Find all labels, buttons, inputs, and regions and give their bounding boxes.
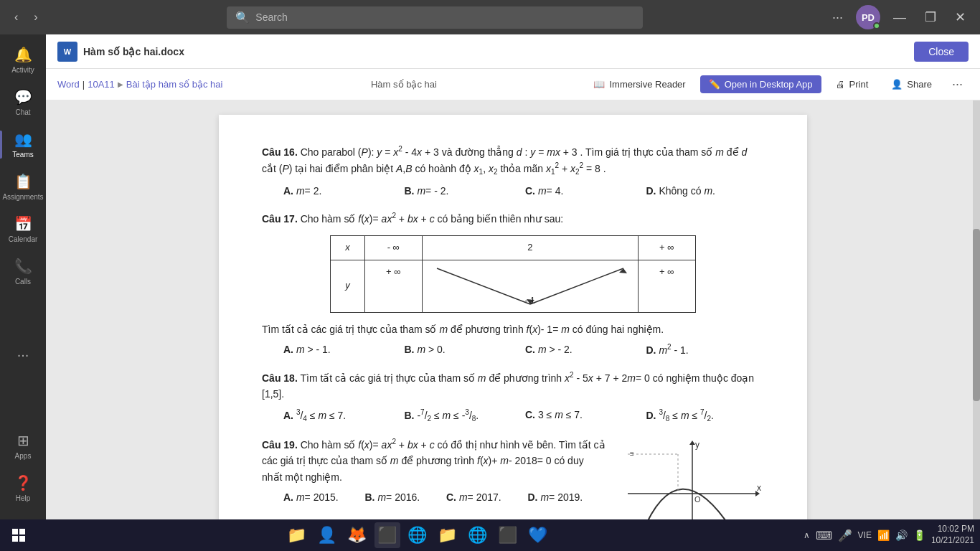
sidebar-item-calendar[interactable]: 📅 Calendar xyxy=(0,209,46,249)
doc-viewer[interactable]: Câu 16. Cho parabol (P): y = x2 - 4x + 3… xyxy=(46,100,980,529)
scrollbar-track[interactable] xyxy=(973,100,980,529)
taskbar-person[interactable]: 👤 xyxy=(314,522,340,548)
sidebar-item-activity[interactable]: 🔔 Activity xyxy=(0,40,46,80)
q16-answer-c: C. m= 4. xyxy=(525,183,644,199)
sidebar-label-apps: Apps xyxy=(15,452,32,460)
table-y-top-right: + ∞ xyxy=(638,260,695,312)
taskbar-mic-icon: 🎤 xyxy=(838,529,852,542)
open-desktop-button[interactable]: ✏️ Open in Desktop App xyxy=(700,75,821,93)
edit-icon: ✏️ xyxy=(709,79,720,90)
taskbar-firefox[interactable]: 🦊 xyxy=(344,522,370,548)
svg-text:≡: ≡ xyxy=(630,450,634,458)
q17-text2: Tìm tất cả các giá trị thực của tham số … xyxy=(262,321,764,337)
time-date[interactable]: 10:02 PM 10/21/2021 xyxy=(931,524,974,546)
sidebar-label-teams: Teams xyxy=(12,151,33,159)
taskbar-office[interactable]: ⬛ xyxy=(374,522,400,548)
title-bar: ‹ › 🔍 ··· PD — ❐ ✕ xyxy=(0,0,980,34)
table-y-middle: - 1 xyxy=(422,260,638,312)
taskbar-chrome[interactable]: 🌐 xyxy=(465,522,491,548)
question-18: Câu 18. Tìm tất cả các giá trị thực của … xyxy=(262,369,764,425)
start-button[interactable] xyxy=(6,522,32,548)
breadcrumb-arrow: ▶ xyxy=(118,80,123,88)
q17-answer-d: D. m2 - 1. xyxy=(646,342,765,358)
q19-answer-d: D. m= 2019. xyxy=(528,489,607,505)
taskbar-edge[interactable]: 🌐 xyxy=(405,522,430,548)
sidebar-item-chat[interactable]: 💬 Chat xyxy=(0,83,46,122)
toolbar-right: 📖 Immersive Reader ✏️ Open in Desktop Ap… xyxy=(585,74,969,95)
breadcrumb-folder[interactable]: Bài tập hàm số bậc hai xyxy=(126,79,223,90)
table-y-label: y xyxy=(331,260,365,312)
word-icon: W xyxy=(57,42,77,62)
question-19: x y O ≡ xyxy=(262,436,764,505)
q17-answer-b: B. m > 0. xyxy=(405,342,523,358)
back-button[interactable]: ‹ xyxy=(9,8,24,27)
taskbar-lang[interactable]: VIE xyxy=(858,530,872,540)
more-button[interactable]: ··· xyxy=(826,7,849,28)
online-badge xyxy=(873,22,880,29)
sidebar-item-help[interactable]: ❓ Help xyxy=(0,468,46,508)
q19-answer-c: C. m= 2017. xyxy=(446,489,525,505)
file-topbar: W Hàm số bậc hai.docx Close xyxy=(46,34,980,69)
toolbar-more-button[interactable]: ··· xyxy=(946,74,969,95)
breadcrumb-class[interactable]: 10A11 xyxy=(88,79,115,90)
activity-icon: 🔔 xyxy=(14,46,32,63)
file-title-area: W Hàm số bậc hai.docx xyxy=(57,42,184,62)
forward-button[interactable]: › xyxy=(28,8,43,27)
share-icon: 👤 xyxy=(891,79,903,90)
taskbar-explorer[interactable]: 📁 xyxy=(284,522,310,548)
sidebar-item-more[interactable]: ··· xyxy=(0,341,46,369)
q18-answer-a: A. 3/4 ≤ m ≤ 7. xyxy=(283,407,402,425)
sidebar-item-apps[interactable]: ⊞ Apps xyxy=(0,426,46,466)
q17-text: Câu 17. Cho hàm số f(x)= ax2 + bx + c có… xyxy=(262,210,764,227)
taskbar-right: ∧ ⌨ 🎤 VIE 📶 🔊 🔋 10:02 PM 10/21/2021 xyxy=(804,524,974,546)
q18-text: Câu 18. Tìm tất cả các giá trị thực của … xyxy=(262,369,764,402)
nav-buttons: ‹ › xyxy=(9,8,44,27)
taskbar-left xyxy=(6,522,32,548)
sidebar: 🔔 Activity 💬 Chat 👥 Teams 📋 Assignments … xyxy=(0,34,46,551)
share-button[interactable]: 👤 Share xyxy=(882,75,941,93)
question-16: Câu 16. Cho parabol (P): y = x2 - 4x + 3… xyxy=(262,143,764,199)
sidebar-label-assignments: Assignments xyxy=(2,193,43,201)
taskbar-files[interactable]: 📁 xyxy=(435,522,461,548)
q18-answer-d: D. 3/8 ≤ m ≤ 7/2. xyxy=(646,407,765,425)
q18-answer-b: B. -7/2 ≤ m ≤ -3/8. xyxy=(405,407,523,425)
svg-marker-8 xyxy=(689,441,695,445)
table-neg-inf: - ∞ xyxy=(364,235,422,260)
sidebar-item-assignments[interactable]: 📋 Assignments xyxy=(0,167,46,207)
sidebar-label-calls: Calls xyxy=(15,278,31,286)
sidebar-label-help: Help xyxy=(16,494,31,502)
apps-icon: ⊞ xyxy=(17,432,29,449)
q18-answers: A. 3/4 ≤ m ≤ 7. B. -7/2 ≤ m ≤ -3/8. C. 3… xyxy=(262,407,764,425)
taskbar-teams-icon[interactable]: 💙 xyxy=(525,522,551,548)
search-input[interactable] xyxy=(255,11,634,23)
avatar[interactable]: PD xyxy=(856,5,880,29)
print-icon: 🖨 xyxy=(836,79,845,90)
file-name: Hàm số bậc hai.docx xyxy=(83,46,184,57)
graph-float: x y O ≡ xyxy=(621,436,764,529)
svg-text:y: y xyxy=(695,440,699,450)
print-button[interactable]: 🖨 Print xyxy=(827,75,877,93)
more-dots-icon: ··· xyxy=(17,347,29,363)
immersive-reader-button[interactable]: 📖 Immersive Reader xyxy=(585,75,694,93)
taskbar-app2[interactable]: ⬛ xyxy=(495,522,521,548)
minimize-button[interactable]: — xyxy=(887,7,912,28)
scrollbar-thumb[interactable] xyxy=(973,229,980,400)
maximize-button[interactable]: ❐ xyxy=(919,6,942,28)
sidebar-item-teams[interactable]: 👥 Teams xyxy=(0,125,46,164)
taskbar-date: 10/21/2021 xyxy=(931,535,974,547)
taskbar-chevron[interactable]: ∧ xyxy=(804,530,810,540)
taskbar-keyboard-icon: ⌨ xyxy=(816,529,832,542)
close-button[interactable]: Close xyxy=(914,42,969,62)
sidebar-label-activity: Activity xyxy=(11,66,34,74)
q18-answer-c: C. 3 ≤ m ≤ 7. xyxy=(525,407,644,425)
search-bar[interactable]: 🔍 xyxy=(227,6,643,29)
breadcrumb-separator: | xyxy=(83,79,85,90)
assignments-icon: 📋 xyxy=(14,173,32,190)
variation-table: x - ∞ 2 + ∞ y + ∞ xyxy=(330,235,696,313)
breadcrumb-bar: Word | 10A11 ▶ Bài tập hàm số bậc hai Hà… xyxy=(46,69,980,100)
q19-answer-b: B. m= 2016. xyxy=(365,489,444,505)
window-close-button[interactable]: ✕ xyxy=(949,6,971,28)
sidebar-label-chat: Chat xyxy=(15,108,30,116)
breadcrumb-word[interactable]: Word xyxy=(57,79,80,90)
sidebar-item-calls[interactable]: 📞 Calls xyxy=(0,252,46,291)
